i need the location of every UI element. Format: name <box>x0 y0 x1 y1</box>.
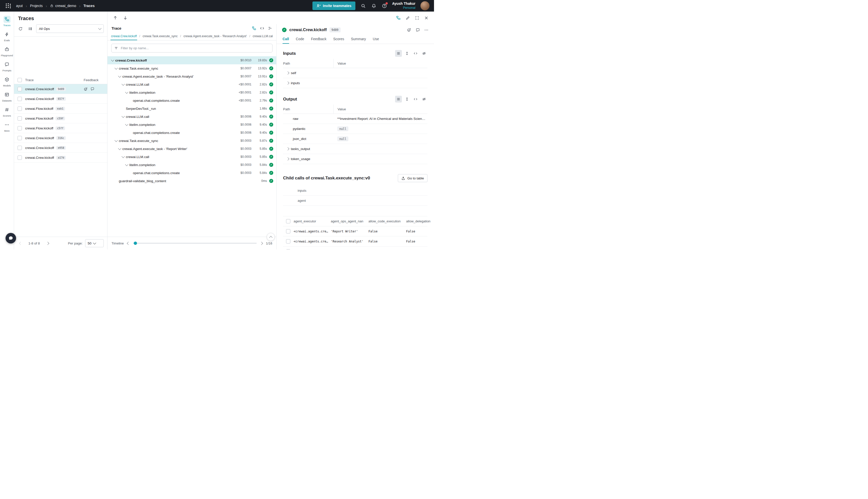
trace-tree-row[interactable]: crewai.Crew.kickoff $0.0010 19.83s <box>108 56 276 64</box>
chevron-down-icon[interactable] <box>125 92 129 93</box>
trace-list-row[interactable]: crewai.Crew.kickoff9d89 <box>14 84 107 94</box>
row-checkbox[interactable] <box>286 249 290 250</box>
breadcrumb-project[interactable]: crewai_demo <box>50 4 76 8</box>
row-checkbox[interactable] <box>17 87 22 91</box>
sidebar-item-playground[interactable]: Playground <box>0 44 14 59</box>
trace-list-row[interactable]: crewai.Flow.kickoffeab1 <box>14 104 107 113</box>
trace-tree-row[interactable]: guardrail-validate_blog_content 0ms <box>108 177 276 185</box>
chevron-down-icon[interactable] <box>125 124 129 125</box>
trace-name[interactable]: crewai.Crew.kickoff <box>25 97 54 101</box>
sidebar-item-traces[interactable]: Traces <box>0 14 14 29</box>
trace-tree-row[interactable]: openai.chat.completions.create $0.0006 9… <box>108 129 276 137</box>
add-reaction-icon[interactable] <box>84 87 88 91</box>
row-checkbox[interactable] <box>286 229 290 233</box>
tab-code[interactable]: Code <box>296 34 304 44</box>
trace-tree-row[interactable]: crewai.Agent.execute_task - 'Research An… <box>108 72 276 81</box>
prev-page-icon[interactable] <box>19 242 22 245</box>
call-id-chip[interactable]: 9d89 <box>330 27 340 33</box>
expand-toggle[interactable]: inputs <box>283 81 333 85</box>
chevron-down-icon[interactable] <box>117 148 122 149</box>
row-checkbox[interactable] <box>17 107 22 111</box>
column-header[interactable]: agent_executor <box>294 219 331 223</box>
expand-toggle[interactable]: token_usage <box>283 157 333 161</box>
timeline-bars-icon[interactable] <box>268 26 272 31</box>
code-view-icon[interactable] <box>412 50 419 57</box>
tab-feedback[interactable]: Feedback <box>311 34 326 44</box>
prev-call-arrow-up-icon[interactable] <box>113 15 117 20</box>
timeline-slider[interactable] <box>133 243 257 244</box>
sidebar-item-prompts[interactable]: Prompts <box>0 59 14 74</box>
per-page-dropdown[interactable]: 50 <box>85 239 104 247</box>
row-checkbox[interactable] <box>286 239 290 243</box>
breadcrumb-entity[interactable]: ayut <box>16 4 23 8</box>
trace-name[interactable]: crewai.Crew.kickoff <box>25 156 54 160</box>
table-row[interactable]: <crewai.agents.cre... 'Report Writer' Fa… <box>283 227 427 236</box>
trace-tree-row[interactable]: crewai.LLM.call <$0.0001 2.82s <box>108 81 276 88</box>
select-all-checkbox[interactable] <box>17 78 22 82</box>
output-value[interactable]: **Investment Report: AI in Chemical and … <box>333 117 427 121</box>
chevron-down-icon[interactable] <box>125 164 129 166</box>
help-icon[interactable] <box>382 3 387 9</box>
sidebar-item-models[interactable]: Models <box>0 74 14 89</box>
tab-call[interactable]: Call <box>283 34 289 44</box>
trace-tree-row[interactable]: litellm.completion $0.0006 9.40s <box>108 121 276 129</box>
row-checkbox[interactable] <box>17 116 22 121</box>
trace-name[interactable]: crewai.Flow.kickoff <box>25 117 53 120</box>
select-all-checkbox[interactable] <box>286 219 290 223</box>
trace-tree-row[interactable]: litellm.completion <$0.0001 2.82s <box>108 88 276 97</box>
expand-rows-icon[interactable] <box>404 96 410 102</box>
trace-tree-row[interactable]: openai.chat.completions.create $0.0003 5… <box>108 169 276 177</box>
comment-icon[interactable] <box>90 87 95 91</box>
trace-tree-row[interactable]: crewai.LLM.call $0.0003 5.85s <box>108 153 276 161</box>
table-row[interactable]: <crewai.agents.cre... 'Research Analyst'… <box>283 236 427 246</box>
trace-tree-row[interactable]: crewai.Task.execute_sync $0.0007 13.92s <box>108 64 276 72</box>
add-reaction-icon[interactable] <box>407 28 411 32</box>
trace-list-row[interactable]: crewai.Flow.kickoffc59f <box>14 113 107 123</box>
search-icon[interactable] <box>360 3 366 9</box>
tab-scores[interactable]: Scores <box>333 34 344 44</box>
trace-name[interactable]: crewai.Crew.kickoff <box>25 87 54 91</box>
collapse-timeline-button[interactable] <box>267 233 275 241</box>
hide-values-eye-off-icon[interactable] <box>421 50 427 57</box>
path-tab[interactable]: crewai.Crew.kickoff <box>111 32 137 40</box>
trace-tree-row[interactable]: crewai.LLM.call $0.0006 9.40s <box>108 112 276 121</box>
sidebar-item-datasets[interactable]: Datasets <box>0 89 14 104</box>
sidebar-item-evals[interactable]: Evals <box>0 29 14 44</box>
notifications-bell-icon[interactable] <box>371 3 376 9</box>
tab-use[interactable]: Use <box>373 34 379 44</box>
chevron-down-icon[interactable] <box>121 84 125 85</box>
chevron-down-icon[interactable] <box>121 156 125 158</box>
edit-pencil-icon[interactable] <box>406 16 410 20</box>
hide-values-eye-off-icon[interactable] <box>421 96 427 102</box>
trace-tree-row[interactable]: crewai.Task.execute_sync $0.0003 5.87s <box>108 137 276 145</box>
row-checkbox[interactable] <box>17 146 22 150</box>
trace-name[interactable]: crewai.Crew.kickoff <box>25 146 54 150</box>
trace-name[interactable]: crewai.Flow.kickoff <box>25 126 53 130</box>
code-view-icon[interactable] <box>260 26 264 31</box>
refresh-button[interactable] <box>17 25 24 32</box>
row-checkbox[interactable] <box>17 136 22 140</box>
path-tab[interactable]: crewai.LLM.cal <box>252 32 273 40</box>
row-checkbox[interactable] <box>17 97 22 101</box>
trace-tree-row[interactable]: openai.chat.completions.create <$0.0001 … <box>108 97 276 105</box>
breadcrumb-page[interactable]: Traces <box>83 4 95 8</box>
invite-teammates-button[interactable]: Invite teammates <box>312 1 356 10</box>
timeline-next-icon[interactable] <box>260 242 263 245</box>
chevron-down-icon[interactable] <box>121 116 125 117</box>
expand-toggle[interactable]: tasks_output <box>283 147 333 151</box>
list-view-icon[interactable] <box>395 50 402 57</box>
chevron-down-icon[interactable] <box>111 60 115 61</box>
wandb-logo[interactable] <box>4 2 12 10</box>
timeline-slider-knob[interactable] <box>134 242 137 245</box>
list-view-icon[interactable] <box>395 96 402 102</box>
expand-toggle[interactable]: self <box>283 71 333 75</box>
timeline-prev-icon[interactable] <box>127 242 130 245</box>
trace-list-row[interactable]: crewai.Crew.kickoffe058 <box>14 143 107 153</box>
ops-filter-dropdown[interactable]: All Ops <box>36 24 104 33</box>
trace-tree-row[interactable]: litellm.completion $0.0003 5.84s <box>108 161 276 169</box>
path-tab[interactable]: crewai.Agent.execute_task - 'Research An… <box>183 32 247 40</box>
row-checkbox[interactable] <box>17 156 22 160</box>
row-checkbox[interactable] <box>17 126 22 130</box>
trace-name[interactable]: crewai.Flow.kickoff <box>25 107 53 111</box>
split-view-icon[interactable] <box>396 15 400 20</box>
